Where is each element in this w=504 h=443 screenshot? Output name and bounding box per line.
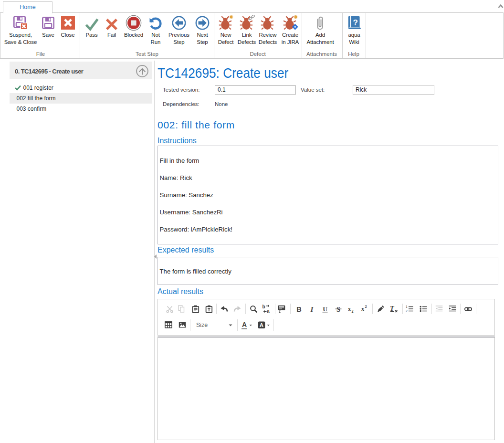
svg-text:A: A (242, 321, 247, 328)
svg-text:T: T (390, 305, 395, 312)
svg-text:1: 1 (406, 305, 408, 308)
svg-text:B: B (296, 306, 301, 313)
svg-text:A: A (260, 322, 263, 328)
svg-text:b: b (262, 305, 265, 309)
svg-text:2: 2 (352, 309, 354, 313)
svg-text:?: ? (353, 18, 357, 27)
svg-text:U: U (323, 306, 327, 313)
svg-text:2: 2 (406, 309, 408, 313)
svg-text:x: x (348, 306, 351, 312)
svg-text:a: a (267, 308, 270, 313)
svg-text:2: 2 (365, 305, 367, 309)
svg-text:x: x (361, 306, 364, 312)
svg-text:I: I (310, 306, 314, 313)
